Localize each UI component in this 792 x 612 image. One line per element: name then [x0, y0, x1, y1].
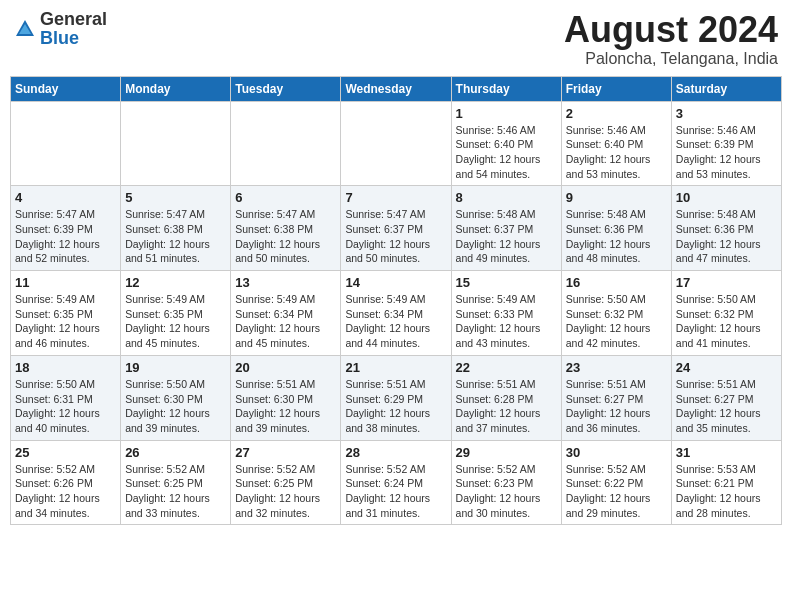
calendar-cell-5-1: 25Sunrise: 5:52 AM Sunset: 6:26 PM Dayli… [11, 440, 121, 525]
calendar-header-friday: Friday [561, 76, 671, 101]
calendar-cell-1-6: 2Sunrise: 5:46 AM Sunset: 6:40 PM Daylig… [561, 101, 671, 186]
calendar-week-1: 1Sunrise: 5:46 AM Sunset: 6:40 PM Daylig… [11, 101, 782, 186]
day-info: Sunrise: 5:46 AM Sunset: 6:40 PM Dayligh… [456, 123, 557, 182]
calendar-cell-4-7: 24Sunrise: 5:51 AM Sunset: 6:27 PM Dayli… [671, 355, 781, 440]
day-info: Sunrise: 5:47 AM Sunset: 6:37 PM Dayligh… [345, 207, 446, 266]
logo: General Blue [14, 10, 107, 48]
calendar-cell-4-2: 19Sunrise: 5:50 AM Sunset: 6:30 PM Dayli… [121, 355, 231, 440]
calendar-cell-2-5: 8Sunrise: 5:48 AM Sunset: 6:37 PM Daylig… [451, 186, 561, 271]
calendar-cell-2-3: 6Sunrise: 5:47 AM Sunset: 6:38 PM Daylig… [231, 186, 341, 271]
calendar-cell-2-7: 10Sunrise: 5:48 AM Sunset: 6:36 PM Dayli… [671, 186, 781, 271]
day-number: 6 [235, 190, 336, 205]
day-info: Sunrise: 5:52 AM Sunset: 6:24 PM Dayligh… [345, 462, 446, 521]
day-info: Sunrise: 5:47 AM Sunset: 6:38 PM Dayligh… [235, 207, 336, 266]
calendar-header-sunday: Sunday [11, 76, 121, 101]
calendar-cell-1-2 [121, 101, 231, 186]
day-info: Sunrise: 5:52 AM Sunset: 6:25 PM Dayligh… [235, 462, 336, 521]
calendar-cell-3-7: 17Sunrise: 5:50 AM Sunset: 6:32 PM Dayli… [671, 271, 781, 356]
location-title: Paloncha, Telangana, India [564, 50, 778, 68]
day-number: 28 [345, 445, 446, 460]
day-info: Sunrise: 5:47 AM Sunset: 6:39 PM Dayligh… [15, 207, 116, 266]
day-info: Sunrise: 5:51 AM Sunset: 6:27 PM Dayligh… [566, 377, 667, 436]
day-info: Sunrise: 5:48 AM Sunset: 6:36 PM Dayligh… [566, 207, 667, 266]
day-info: Sunrise: 5:49 AM Sunset: 6:34 PM Dayligh… [235, 292, 336, 351]
day-info: Sunrise: 5:52 AM Sunset: 6:25 PM Dayligh… [125, 462, 226, 521]
calendar-cell-1-5: 1Sunrise: 5:46 AM Sunset: 6:40 PM Daylig… [451, 101, 561, 186]
day-number: 16 [566, 275, 667, 290]
calendar-cell-1-1 [11, 101, 121, 186]
day-number: 8 [456, 190, 557, 205]
day-info: Sunrise: 5:46 AM Sunset: 6:40 PM Dayligh… [566, 123, 667, 182]
page-header: General Blue August 2024 Paloncha, Telan… [10, 10, 782, 68]
calendar-cell-1-4 [341, 101, 451, 186]
day-info: Sunrise: 5:48 AM Sunset: 6:37 PM Dayligh… [456, 207, 557, 266]
day-info: Sunrise: 5:51 AM Sunset: 6:27 PM Dayligh… [676, 377, 777, 436]
calendar-table: SundayMondayTuesdayWednesdayThursdayFrid… [10, 76, 782, 526]
calendar-cell-4-5: 22Sunrise: 5:51 AM Sunset: 6:28 PM Dayli… [451, 355, 561, 440]
day-number: 19 [125, 360, 226, 375]
day-number: 22 [456, 360, 557, 375]
day-info: Sunrise: 5:53 AM Sunset: 6:21 PM Dayligh… [676, 462, 777, 521]
day-info: Sunrise: 5:49 AM Sunset: 6:35 PM Dayligh… [125, 292, 226, 351]
day-number: 29 [456, 445, 557, 460]
logo-general: General [40, 9, 107, 29]
calendar-cell-3-4: 14Sunrise: 5:49 AM Sunset: 6:34 PM Dayli… [341, 271, 451, 356]
day-info: Sunrise: 5:52 AM Sunset: 6:23 PM Dayligh… [456, 462, 557, 521]
calendar-header-row: SundayMondayTuesdayWednesdayThursdayFrid… [11, 76, 782, 101]
logo-blue: Blue [40, 28, 79, 48]
calendar-cell-4-6: 23Sunrise: 5:51 AM Sunset: 6:27 PM Dayli… [561, 355, 671, 440]
day-info: Sunrise: 5:50 AM Sunset: 6:32 PM Dayligh… [676, 292, 777, 351]
calendar-cell-2-1: 4Sunrise: 5:47 AM Sunset: 6:39 PM Daylig… [11, 186, 121, 271]
day-number: 26 [125, 445, 226, 460]
day-number: 11 [15, 275, 116, 290]
day-info: Sunrise: 5:49 AM Sunset: 6:35 PM Dayligh… [15, 292, 116, 351]
calendar-cell-3-1: 11Sunrise: 5:49 AM Sunset: 6:35 PM Dayli… [11, 271, 121, 356]
day-number: 27 [235, 445, 336, 460]
calendar-header-monday: Monday [121, 76, 231, 101]
calendar-cell-2-2: 5Sunrise: 5:47 AM Sunset: 6:38 PM Daylig… [121, 186, 231, 271]
day-number: 3 [676, 106, 777, 121]
day-number: 25 [15, 445, 116, 460]
calendar-cell-3-6: 16Sunrise: 5:50 AM Sunset: 6:32 PM Dayli… [561, 271, 671, 356]
calendar-cell-5-5: 29Sunrise: 5:52 AM Sunset: 6:23 PM Dayli… [451, 440, 561, 525]
day-info: Sunrise: 5:49 AM Sunset: 6:34 PM Dayligh… [345, 292, 446, 351]
calendar-cell-1-7: 3Sunrise: 5:46 AM Sunset: 6:39 PM Daylig… [671, 101, 781, 186]
calendar-cell-5-2: 26Sunrise: 5:52 AM Sunset: 6:25 PM Dayli… [121, 440, 231, 525]
day-number: 20 [235, 360, 336, 375]
day-info: Sunrise: 5:50 AM Sunset: 6:31 PM Dayligh… [15, 377, 116, 436]
calendar-cell-3-5: 15Sunrise: 5:49 AM Sunset: 6:33 PM Dayli… [451, 271, 561, 356]
calendar-cell-5-6: 30Sunrise: 5:52 AM Sunset: 6:22 PM Dayli… [561, 440, 671, 525]
day-number: 24 [676, 360, 777, 375]
calendar-week-2: 4Sunrise: 5:47 AM Sunset: 6:39 PM Daylig… [11, 186, 782, 271]
calendar-week-3: 11Sunrise: 5:49 AM Sunset: 6:35 PM Dayli… [11, 271, 782, 356]
day-number: 1 [456, 106, 557, 121]
day-number: 5 [125, 190, 226, 205]
month-title: August 2024 [564, 10, 778, 50]
calendar-header-wednesday: Wednesday [341, 76, 451, 101]
day-info: Sunrise: 5:51 AM Sunset: 6:29 PM Dayligh… [345, 377, 446, 436]
day-number: 9 [566, 190, 667, 205]
day-info: Sunrise: 5:50 AM Sunset: 6:32 PM Dayligh… [566, 292, 667, 351]
day-info: Sunrise: 5:46 AM Sunset: 6:39 PM Dayligh… [676, 123, 777, 182]
day-number: 15 [456, 275, 557, 290]
day-info: Sunrise: 5:51 AM Sunset: 6:28 PM Dayligh… [456, 377, 557, 436]
day-number: 30 [566, 445, 667, 460]
day-number: 23 [566, 360, 667, 375]
calendar-cell-2-6: 9Sunrise: 5:48 AM Sunset: 6:36 PM Daylig… [561, 186, 671, 271]
calendar-cell-1-3 [231, 101, 341, 186]
day-number: 31 [676, 445, 777, 460]
day-number: 18 [15, 360, 116, 375]
day-number: 13 [235, 275, 336, 290]
day-number: 21 [345, 360, 446, 375]
calendar-cell-4-1: 18Sunrise: 5:50 AM Sunset: 6:31 PM Dayli… [11, 355, 121, 440]
calendar-header-tuesday: Tuesday [231, 76, 341, 101]
calendar-cell-5-7: 31Sunrise: 5:53 AM Sunset: 6:21 PM Dayli… [671, 440, 781, 525]
day-info: Sunrise: 5:48 AM Sunset: 6:36 PM Dayligh… [676, 207, 777, 266]
calendar-cell-3-3: 13Sunrise: 5:49 AM Sunset: 6:34 PM Dayli… [231, 271, 341, 356]
day-number: 12 [125, 275, 226, 290]
calendar-cell-4-4: 21Sunrise: 5:51 AM Sunset: 6:29 PM Dayli… [341, 355, 451, 440]
calendar-header-saturday: Saturday [671, 76, 781, 101]
calendar-week-4: 18Sunrise: 5:50 AM Sunset: 6:31 PM Dayli… [11, 355, 782, 440]
day-info: Sunrise: 5:52 AM Sunset: 6:26 PM Dayligh… [15, 462, 116, 521]
calendar-cell-2-4: 7Sunrise: 5:47 AM Sunset: 6:37 PM Daylig… [341, 186, 451, 271]
